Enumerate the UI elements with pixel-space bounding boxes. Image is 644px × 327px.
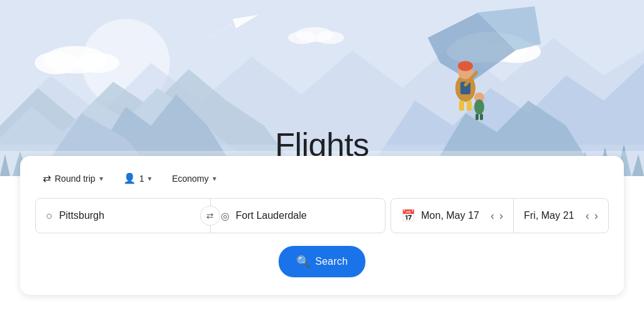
origin-text: Pittsburgh: [59, 210, 104, 221]
depart-date-text: Mon, May 17: [421, 210, 479, 221]
swap-button[interactable]: ⇄: [200, 206, 220, 226]
trip-type-label: Round trip: [55, 174, 96, 184]
destination-icon: ◎: [221, 210, 230, 222]
depart-date-input[interactable]: 📅 Mon, May 17 ‹ ›: [391, 199, 514, 233]
trip-type-chevron: ▾: [99, 174, 103, 183]
svg-point-17: [316, 31, 344, 44]
passengers-button[interactable]: 👤 1 ▾: [116, 169, 160, 188]
person-icon: 👤: [123, 172, 136, 184]
svg-point-11: [75, 53, 119, 73]
origin-input[interactable]: ○ Pittsburgh: [36, 199, 211, 233]
swap-arrows-icon: ⇄: [206, 211, 214, 221]
swap-icon: ⇄: [43, 172, 51, 184]
class-label: Economy: [172, 174, 208, 184]
destination-text: Fort Lauderdale: [236, 210, 307, 221]
depart-next-button[interactable]: ›: [497, 208, 506, 224]
svg-point-26: [458, 61, 473, 71]
search-button[interactable]: 🔍 Search: [279, 246, 365, 277]
return-date-nav: ‹ ›: [580, 208, 603, 224]
svg-rect-29: [459, 101, 464, 111]
search-button-label: Search: [315, 256, 348, 267]
return-date-input[interactable]: Fri, May 21 ‹ ›: [514, 199, 608, 233]
svg-point-16: [288, 31, 316, 44]
svg-rect-34: [480, 114, 483, 120]
search-btn-wrapper: 🔍 Search: [35, 246, 609, 277]
svg-point-32: [474, 99, 484, 114]
svg-rect-33: [475, 114, 479, 120]
class-button[interactable]: Economy ▾: [164, 170, 223, 187]
inputs-row: ○ Pittsburgh ⇄ ◎ Fort Lauderdale 📅 Mon, …: [35, 198, 609, 233]
destination-input[interactable]: ◎ Fort Lauderdale: [211, 199, 385, 233]
return-date-text: Fri, May 21: [524, 210, 574, 221]
depart-prev-button[interactable]: ‹: [488, 208, 497, 224]
passengers-label: 1: [140, 174, 145, 184]
svg-rect-30: [467, 101, 472, 111]
search-card: ⇄ Round trip ▾ 👤 1 ▾ Economy ▾ ○ Pittsbu…: [20, 156, 624, 295]
return-next-button[interactable]: ›: [592, 208, 601, 224]
svg-point-10: [35, 52, 79, 74]
class-chevron: ▾: [213, 174, 216, 183]
filters-row: ⇄ Round trip ▾ 👤 1 ▾ Economy ▾: [35, 169, 609, 188]
origin-dest-wrapper: ○ Pittsburgh ⇄ ◎ Fort Lauderdale: [35, 198, 386, 233]
trip-type-button[interactable]: ⇄ Round trip ▾: [35, 169, 111, 188]
calendar-icon: 📅: [401, 209, 415, 223]
passengers-chevron: ▾: [148, 174, 152, 183]
return-prev-button[interactable]: ‹: [583, 208, 592, 224]
date-wrapper: 📅 Mon, May 17 ‹ › Fri, May 21 ‹ ›: [391, 198, 609, 233]
origin-icon: ○: [46, 209, 53, 223]
hero-section: Flights: [0, 0, 644, 176]
depart-date-nav: ‹ ›: [486, 208, 508, 224]
search-icon: 🔍: [296, 255, 310, 269]
